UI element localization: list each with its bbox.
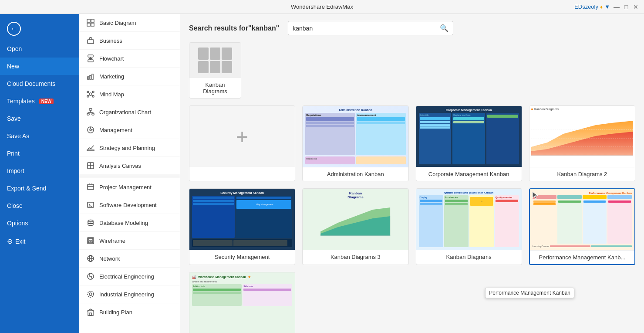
sidebar-item-options[interactable]: Options	[0, 214, 79, 232]
category-wireframe[interactable]: Wireframe	[79, 232, 180, 250]
category-business[interactable]: Business	[79, 32, 180, 50]
kanban3-img: KanbanDiagrams	[303, 189, 408, 250]
svg-point-29	[90, 129, 91, 131]
sidebar-saveas-label: Save As	[7, 133, 29, 139]
search-results-label: Search results for"kanban"	[189, 24, 279, 32]
wireframe-icon	[86, 236, 95, 245]
category-analysis-label: Analysis Canvas	[99, 163, 141, 169]
template-kanban-diagrams[interactable]: Quality control and practitioner Kanban …	[416, 188, 522, 265]
category-panel: Basic Diagram Business Flowchart	[79, 14, 180, 333]
svg-line-20	[92, 95, 93, 96]
search-bar-area: Search results for"kanban" 🔍	[189, 21, 635, 35]
database-icon	[86, 218, 95, 227]
top-row: Kanban Diagrams	[189, 42, 635, 99]
sidebar-item-print[interactable]: Print	[0, 145, 79, 162]
basic-diagram-icon	[86, 18, 95, 27]
category-mindmap[interactable]: Mind Map	[79, 85, 180, 103]
performance-kanban-label: Performance Management Kanb...	[530, 250, 634, 264]
svg-rect-5	[88, 55, 93, 57]
category-electrical[interactable]: Electrical Engineering	[79, 268, 180, 285]
sidebar-item-cloud[interactable]: Cloud Documents	[0, 75, 79, 92]
new-blank-card[interactable]: +	[189, 105, 295, 181]
category-orgchart[interactable]: Organizational Chart	[79, 103, 180, 121]
template-kanban-diagrams-2[interactable]: ■Kanban Diagrams	[529, 105, 635, 181]
category-marketing[interactable]: Marketing	[79, 68, 180, 85]
svg-rect-10	[90, 75, 91, 79]
svg-rect-3	[91, 23, 94, 26]
admin-preview: Administration Kanban Regulations Announ…	[303, 106, 408, 167]
strategy-icon	[86, 143, 95, 152]
svg-rect-22	[87, 113, 89, 115]
new-blank-img: +	[189, 106, 295, 167]
category-strategy[interactable]: Strategy and Planning	[79, 139, 180, 157]
category-electrical-label: Electrical Engineering	[99, 273, 154, 280]
category-network[interactable]: Network	[79, 250, 180, 268]
search-icon[interactable]: 🔍	[440, 24, 448, 32]
sidebar-item-export[interactable]: Export & Send	[0, 180, 79, 197]
sidebar-item-close[interactable]: Close	[0, 197, 79, 214]
category-management-label: Management	[99, 127, 132, 133]
category-basic-diagram[interactable]: Basic Diagram	[79, 14, 180, 32]
category-project-label: Project Management	[99, 184, 152, 190]
search-input[interactable]	[293, 25, 440, 32]
sidebar-item-import[interactable]: Import	[0, 162, 79, 180]
sidebar-item-open[interactable]: Open	[0, 40, 79, 58]
maximize-button[interactable]: □	[623, 4, 629, 10]
security-preview: Security Management Kanban Utility Mana	[189, 189, 295, 250]
category-database-label: Database Modeling	[99, 220, 148, 226]
main-layout: ← Open New Cloud Documents Templates NEW…	[0, 14, 644, 333]
category-industrial[interactable]: Industrial Engineering	[79, 285, 180, 303]
template-performance-kanban[interactable]: Performance Management Kanban	[529, 188, 635, 265]
search-input-wrapper: 🔍	[288, 21, 453, 35]
category-project[interactable]: Project Management	[79, 178, 180, 196]
sidebar-import-label: Import	[7, 167, 24, 174]
category-management[interactable]: Management	[79, 121, 180, 139]
sidebar-export-label: Export & Send	[7, 185, 46, 192]
sidebar-item-new[interactable]: New	[0, 58, 79, 75]
category-software[interactable]: Software Development	[79, 196, 180, 214]
chevron-down-icon: ▼	[604, 3, 610, 10]
template-kanban-diagrams-3[interactable]: KanbanDiagrams Kanban Diagrams 3	[302, 188, 408, 265]
username: EDszeoly	[574, 3, 598, 10]
kanban3-preview: KanbanDiagrams	[303, 189, 408, 250]
sidebar-open-label: Open	[7, 45, 22, 52]
template-warehouse-kanban[interactable]: 🏭 Warehouse Management Kanban ★ System a…	[189, 272, 295, 333]
category-software-label: Software Development	[99, 202, 157, 208]
category-analysis[interactable]: Analysis Canvas	[79, 157, 180, 175]
business-icon	[86, 36, 95, 45]
kanban-icon-grid	[191, 43, 239, 78]
sidebar-item-save[interactable]: Save	[0, 110, 79, 127]
svg-rect-4	[88, 40, 94, 44]
category-building[interactable]: Building Plan	[79, 303, 180, 321]
management-icon	[86, 126, 95, 134]
corporate-preview: Corporate Management Kanban Enter title …	[416, 106, 522, 167]
kanban-diag-img: Quality control and practitioner Kanban …	[416, 189, 522, 250]
sidebar-item-saveas[interactable]: Save As	[0, 127, 79, 145]
template-security-management[interactable]: Security Management Kanban Utility Mana	[189, 188, 295, 265]
svg-rect-48	[88, 238, 93, 240]
crown-icon: ♦	[600, 4, 603, 10]
kanban-diagrams-3-label: Kanban Diagrams 3	[303, 250, 408, 264]
minimize-button[interactable]: —	[614, 4, 620, 10]
svg-rect-21	[89, 109, 92, 110]
corporate-kanban-img: Corporate Management Kanban Enter title …	[416, 106, 522, 167]
template-corporate-kanban[interactable]: Corporate Management Kanban Enter title …	[416, 105, 522, 181]
sidebar-item-exit[interactable]: ⊖ Exit	[0, 232, 79, 251]
sidebar: ← Open New Cloud Documents Templates NEW…	[0, 14, 79, 333]
kanban-category-img	[189, 43, 241, 78]
kanban2-img: ■Kanban Diagrams	[529, 106, 635, 167]
svg-point-46	[88, 224, 93, 226]
back-button[interactable]: ←	[0, 17, 79, 40]
svg-point-55	[89, 293, 92, 296]
sidebar-item-templates[interactable]: Templates NEW	[0, 92, 79, 110]
industrial-icon	[86, 290, 95, 299]
close-button[interactable]: ✕	[633, 4, 639, 10]
kanban-category-card[interactable]: Kanban Diagrams	[189, 42, 241, 99]
templates-new-badge: NEW	[39, 99, 54, 104]
user-badge[interactable]: EDszeoly ♦ ▼	[574, 3, 610, 10]
category-database[interactable]: Database Modeling	[79, 214, 180, 232]
svg-point-12	[89, 93, 92, 95]
svg-rect-2	[87, 23, 90, 26]
category-flowchart[interactable]: Flowchart	[79, 50, 180, 68]
template-admin-kanban[interactable]: Administration Kanban Regulations Announ…	[302, 105, 408, 181]
